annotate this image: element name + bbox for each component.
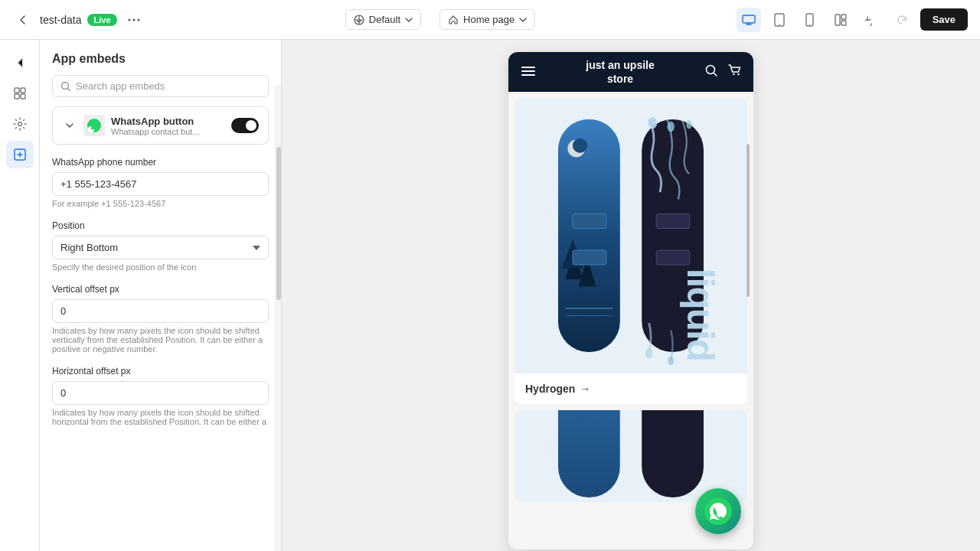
search-box bbox=[52, 75, 269, 97]
svg-rect-12 bbox=[15, 88, 19, 93]
position-field-group: Position Right Bottom Left Bottom Right … bbox=[52, 220, 269, 272]
svg-point-41 bbox=[645, 348, 653, 358]
store-name: just an upsile store bbox=[536, 58, 704, 86]
search-icon bbox=[60, 81, 71, 92]
default-label: Default bbox=[369, 14, 400, 25]
embed-subtitle: Whatsapp contact but... bbox=[111, 127, 225, 136]
svg-point-0 bbox=[128, 18, 130, 21]
product-card-1: liquid Hydrogen → bbox=[514, 98, 747, 404]
back-button[interactable] bbox=[12, 9, 34, 31]
panel-scrollbar[interactable] bbox=[275, 86, 281, 551]
more-options-button[interactable] bbox=[123, 9, 145, 31]
product-image-1: liquid bbox=[514, 98, 747, 373]
mobile-menu-icon[interactable] bbox=[521, 64, 536, 80]
mobile-nav-right bbox=[704, 64, 741, 81]
embed-item-info: WhatsApp button Whatsapp contact but... bbox=[111, 116, 225, 136]
svg-rect-44 bbox=[642, 410, 704, 497]
svg-rect-33 bbox=[573, 250, 606, 265]
left-panel: App embeds WhatsApp button bbox=[40, 40, 282, 551]
home-page-label: Home page bbox=[463, 14, 514, 25]
position-select[interactable]: Right Bottom Left Bottom Right Top Left … bbox=[52, 236, 269, 259]
panel-title: App embeds bbox=[40, 40, 281, 75]
svg-point-22 bbox=[737, 73, 739, 74]
mobile-search-icon[interactable] bbox=[704, 64, 718, 81]
svg-rect-32 bbox=[573, 214, 606, 229]
svg-point-35 bbox=[648, 117, 657, 129]
svg-rect-24 bbox=[558, 119, 620, 352]
svg-point-16 bbox=[18, 122, 21, 126]
horizontal-label: Horizontal offset px bbox=[52, 366, 269, 377]
search-container bbox=[40, 75, 281, 106]
live-badge: Live bbox=[87, 14, 116, 26]
mobile-cart-icon[interactable] bbox=[727, 64, 741, 81]
mobile-preview: just an upsile store bbox=[508, 52, 753, 549]
svg-rect-14 bbox=[15, 94, 19, 99]
whatsapp-embed-item: WhatsApp button Whatsapp contact but... bbox=[52, 106, 269, 145]
phone-label: WhatsApp phone number bbox=[52, 157, 269, 168]
preview-scrollbar-thumb bbox=[746, 144, 750, 297]
whatsapp-fab-button[interactable] bbox=[695, 488, 741, 534]
default-dropdown[interactable]: Default bbox=[345, 9, 421, 30]
phone-field-group: WhatsApp phone number For example +1 555… bbox=[52, 157, 269, 208]
whatsapp-logo-icon bbox=[704, 497, 732, 525]
position-hint: Specify the desired position of the icon bbox=[52, 262, 269, 272]
horizontal-hint: Indicates by how many pixels the icon sh… bbox=[52, 408, 269, 426]
svg-rect-43 bbox=[558, 410, 620, 497]
svg-rect-10 bbox=[841, 15, 846, 19]
store-title: test-data bbox=[40, 14, 81, 26]
svg-point-6 bbox=[779, 24, 780, 25]
topbar: test-data Live Default Home page bbox=[0, 0, 980, 40]
whatsapp-toggle[interactable] bbox=[231, 118, 259, 133]
svg-point-36 bbox=[668, 122, 675, 132]
svg-rect-11 bbox=[841, 21, 846, 25]
undo-button[interactable] bbox=[859, 8, 884, 32]
svg-rect-40 bbox=[656, 250, 690, 265]
vertical-field-group: Vertical offset px Indicates by how many… bbox=[52, 284, 269, 354]
mobile-view-button[interactable] bbox=[798, 8, 822, 32]
save-button[interactable]: Save bbox=[920, 8, 968, 31]
sidebar-dashboard-button[interactable] bbox=[6, 80, 34, 107]
svg-rect-9 bbox=[835, 15, 840, 25]
home-page-dropdown[interactable]: Home page bbox=[439, 9, 535, 30]
svg-point-42 bbox=[668, 357, 674, 365]
vertical-input[interactable] bbox=[52, 299, 269, 323]
svg-point-26 bbox=[573, 139, 587, 153]
embed-item-header: WhatsApp button Whatsapp contact but... bbox=[62, 115, 259, 136]
svg-point-1 bbox=[132, 18, 135, 21]
svg-text:liquid: liquid bbox=[680, 269, 722, 360]
svg-rect-4 bbox=[743, 15, 755, 23]
vertical-hint: Indicates by how many pixels the icon sh… bbox=[52, 326, 269, 354]
svg-rect-39 bbox=[656, 214, 690, 229]
svg-point-20 bbox=[707, 65, 715, 73]
svg-point-2 bbox=[137, 18, 139, 21]
topbar-left: test-data Live bbox=[12, 9, 145, 31]
svg-point-37 bbox=[686, 120, 692, 129]
redo-button[interactable] bbox=[890, 8, 914, 32]
desktop-view-button[interactable] bbox=[737, 8, 761, 32]
tablet-view-button[interactable] bbox=[767, 8, 792, 32]
svg-point-8 bbox=[809, 24, 811, 25]
panel-content: WhatsApp button Whatsapp contact but... … bbox=[40, 106, 281, 551]
preview-area: just an upsile store bbox=[282, 40, 980, 551]
sidebar-settings-button[interactable] bbox=[6, 110, 34, 138]
position-label: Position bbox=[52, 220, 269, 231]
whatsapp-fab-inner bbox=[695, 488, 741, 534]
phone-input[interactable] bbox=[52, 172, 269, 196]
expand-button[interactable] bbox=[62, 118, 77, 133]
mobile-content: liquid Hydrogen → bbox=[508, 92, 753, 549]
product-title-1: Hydrogen → bbox=[514, 373, 747, 404]
icon-sidebar bbox=[0, 40, 40, 551]
horizontal-input[interactable] bbox=[52, 381, 269, 405]
whatsapp-icon bbox=[83, 115, 105, 136]
main-content: App embeds WhatsApp button bbox=[0, 40, 980, 551]
search-input[interactable] bbox=[76, 80, 260, 92]
sidebar-back-button[interactable] bbox=[6, 49, 34, 77]
svg-point-21 bbox=[733, 73, 734, 74]
horizontal-field-group: Horizontal offset px Indicates by how ma… bbox=[52, 366, 269, 426]
embed-title: WhatsApp button bbox=[111, 116, 225, 127]
layout-button[interactable] bbox=[828, 8, 853, 32]
sidebar-blocks-button[interactable] bbox=[6, 141, 34, 168]
vertical-label: Vertical offset px bbox=[52, 284, 269, 295]
topbar-center: Default Home page bbox=[154, 9, 727, 30]
preview-scrollbar[interactable] bbox=[746, 98, 750, 542]
